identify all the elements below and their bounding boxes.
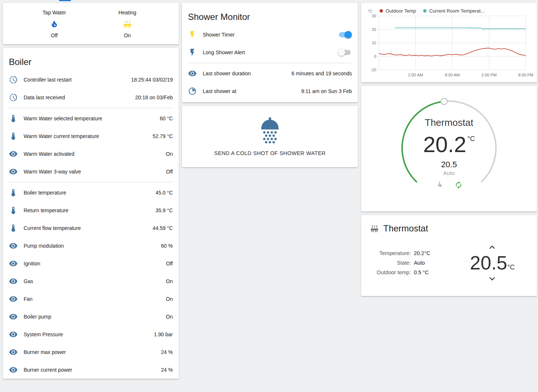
entity-row[interactable]: Current flow temperature 44.59 °C — [3, 219, 179, 237]
entity-row[interactable]: Fan On — [3, 290, 179, 308]
entity-label: Last shower duration — [203, 71, 289, 76]
entity-label: Boiler pump — [24, 314, 163, 320]
entity-value: 9:11 am on Sun 3 Feb — [301, 88, 352, 94]
entity-value: 24 % — [161, 349, 173, 355]
temperature-history-chart: 3020100-102:00 AM8:00 AM2:00 PM8:00 PM — [364, 14, 534, 79]
thermostat-dial: Thermostat 20.2°C 20.5 Auto — [390, 93, 508, 203]
entity-row[interactable]: Warm Water 3-way valve Off — [3, 163, 179, 180]
legend-label: Outdoor Temp — [385, 8, 416, 14]
fire-icon — [50, 20, 59, 28]
entity-row[interactable]: Burner max power 24 % — [3, 343, 179, 361]
progress-clock-icon — [9, 75, 18, 84]
entity-row[interactable]: Warm Water selected temperature 60 °C — [3, 110, 179, 127]
svg-text:2:00 AM: 2:00 AM — [408, 73, 423, 77]
flash-icon — [188, 30, 197, 39]
chevron-down-icon[interactable] — [487, 273, 498, 284]
entity-row[interactable]: Gas On — [3, 272, 179, 290]
entity-row[interactable]: Return temperature 35.9 °C — [3, 202, 179, 219]
entity-row[interactable]: System Pressure 1.90 bar — [3, 326, 179, 343]
card-title: Thermostat — [383, 223, 428, 234]
flash-icon — [188, 48, 197, 57]
legend-item-room-temp[interactable]: Current Room Temperat... — [423, 8, 484, 14]
entity-value: 52.79 °C — [153, 133, 173, 139]
column-middle: Shower Monitor Shower Timer Long Shower … — [182, 3, 358, 379]
long-shower-alert-toggle[interactable] — [338, 49, 352, 56]
entity-row[interactable]: Data last received 20:18 on 03/Feb — [3, 89, 179, 106]
legend-item-outdoor-temp[interactable]: Outdoor Temp — [380, 8, 416, 14]
thermometer-icon — [9, 188, 18, 197]
entity-value: 60 % — [161, 243, 173, 249]
auto-mode-icon[interactable] — [455, 181, 463, 189]
entity-value: 6 minutes and 19 seconds — [292, 71, 352, 76]
legend-dot — [423, 9, 426, 13]
attribute-list: Temperature: 20.2°C State: Auto Outdoor … — [377, 250, 430, 275]
glance-item-tap-water[interactable]: Tap Water Off — [30, 10, 78, 38]
progress-clock-icon — [9, 93, 18, 102]
target-temperature: 20.5 — [441, 160, 457, 169]
entity-label: Boiler temperature — [24, 190, 153, 196]
entity-label: Ignition — [24, 261, 163, 267]
entity-label: Warm Water 3-way valve — [24, 169, 163, 175]
attribute-label: Temperature: — [377, 250, 411, 256]
entity-label: Controller last restart — [24, 77, 128, 83]
entity-label: Return temperature — [24, 207, 153, 213]
shower-cold-shot-button[interactable]: SEND A COLD SHOT OF SHOWER WATER — [182, 106, 358, 167]
active-tab-indicator[interactable] — [59, 0, 71, 1]
eye-icon — [9, 330, 18, 339]
thermostat-info-card: Thermostat Temperature: 20.2°C State: Au… — [361, 215, 537, 296]
glance-item-heating[interactable]: Heating On — [103, 10, 151, 38]
entity-row[interactable]: Boiler temperature 45.0 °C — [3, 184, 179, 202]
attribute-value: 0.5 °C — [414, 269, 431, 275]
boiler-card: Boiler Controller last restart 18:25:44 … — [3, 48, 179, 379]
entity-label: Pump modulation — [24, 243, 158, 249]
eye-icon — [188, 69, 197, 78]
entity-row[interactable]: Ignition Off — [3, 255, 179, 272]
entity-value: 20:18 on 03/Feb — [135, 94, 173, 100]
entity-row[interactable]: Last shower at 9:11 am on Sun 3 Feb — [182, 82, 358, 100]
radiator-icon — [123, 20, 132, 28]
entity-value: 44.59 °C — [153, 225, 173, 231]
radiator-icon — [370, 224, 379, 233]
entity-value: 35.9 °C — [155, 207, 173, 213]
thermostat-dial-card: Thermostat 20.2°C 20.5 Auto — [361, 86, 537, 212]
attribute-value: Auto — [414, 260, 431, 266]
action-button-label: SEND A COLD SHOT OF SHOWER WATER — [214, 150, 326, 156]
shower-monitor-card: Shower Monitor Shower Timer Long Shower … — [182, 3, 358, 102]
entity-value: 1.90 bar — [154, 331, 173, 337]
shower-timer-toggle[interactable] — [338, 31, 352, 38]
manual-mode-icon[interactable] — [435, 181, 443, 189]
entity-row[interactable]: Last shower duration 6 minutes and 19 se… — [182, 65, 358, 82]
svg-text:8:00 PM: 8:00 PM — [518, 73, 534, 77]
entity-label: Warm Water current temperature — [24, 133, 150, 139]
hvac-mode: Auto — [443, 170, 455, 176]
entity-row[interactable]: Boiler pump On — [3, 308, 179, 326]
svg-text:-10: -10 — [370, 68, 376, 72]
dial-content: Thermostat 20.2°C 20.5 Auto — [390, 93, 508, 203]
entity-row[interactable]: Controller last restart 18:25:44 03/02/1… — [3, 71, 179, 89]
clock-icon — [188, 87, 197, 96]
svg-text:20: 20 — [372, 27, 376, 32]
thermometer-icon — [9, 224, 18, 233]
card-title: Boiler — [3, 48, 179, 71]
eye-icon — [9, 167, 18, 176]
y-axis-unit: °C — [368, 9, 372, 13]
eye-icon — [9, 312, 18, 321]
entity-value: Off — [166, 261, 173, 267]
setpoint-unit: °C — [507, 264, 515, 271]
entity-label: Last shower at — [203, 88, 298, 94]
card-header: Thermostat — [361, 215, 537, 234]
entity-label: Warm Water selected temperature — [24, 116, 157, 121]
entity-label: Burner current power — [24, 367, 158, 373]
history-graph-card: °C Outdoor Temp Current Room Temperat...… — [361, 3, 537, 82]
entity-row[interactable]: Pump modulation 60 % — [3, 237, 179, 255]
chevron-up-icon[interactable] — [487, 242, 498, 253]
card-body: Temperature: 20.2°C State: Auto Outdoor … — [361, 234, 537, 296]
entity-row[interactable]: Burner current power 24 % — [3, 361, 179, 379]
glance-card: Tap Water Off Heating On — [3, 3, 179, 44]
entity-row[interactable]: Warm Water current temperature 52.79 °C — [3, 127, 179, 145]
entity-row: Shower Timer — [182, 26, 358, 44]
entity-row[interactable]: Warm Water activated On — [3, 145, 179, 163]
legend-label: Current Room Temperat... — [429, 8, 484, 14]
entity-label: Gas — [24, 278, 163, 284]
divider — [9, 108, 173, 108]
